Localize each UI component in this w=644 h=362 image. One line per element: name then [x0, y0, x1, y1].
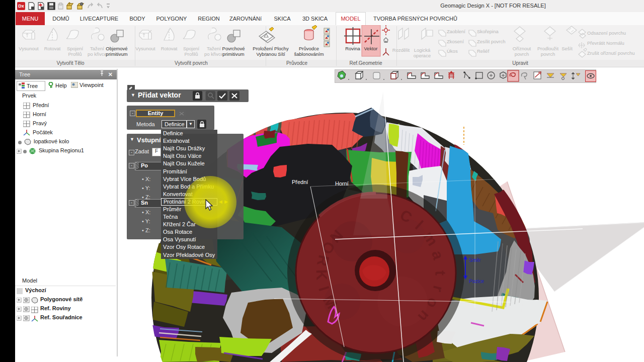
svg-text:t: t	[432, 270, 449, 276]
svg-text:Přední: Přední	[292, 179, 308, 185]
svg-text:K: K	[313, 269, 331, 281]
svg-text:Horní: Horní	[335, 180, 349, 187]
svg-text:Pozice: Pozice	[469, 279, 484, 284]
svg-text:Směr: Směr	[469, 257, 481, 263]
